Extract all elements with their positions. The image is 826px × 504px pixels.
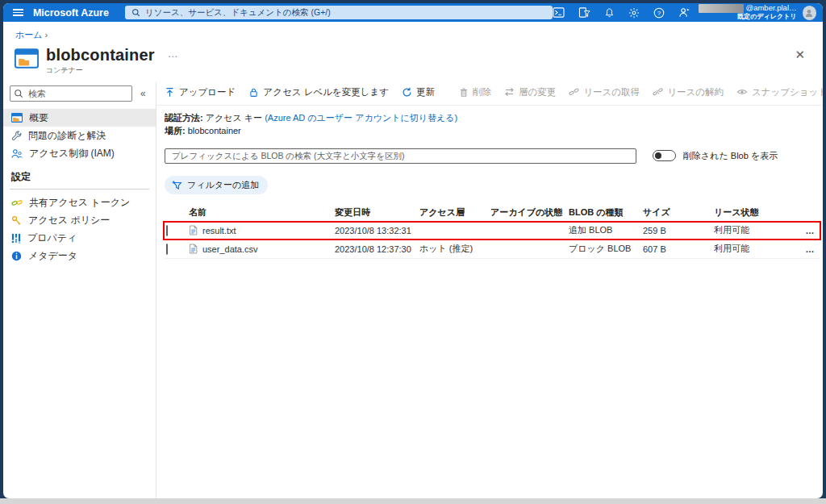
sidebar-collapse-button[interactable]: « bbox=[140, 88, 146, 99]
directories-filter-icon[interactable] bbox=[578, 7, 590, 18]
change-access-level-button[interactable]: アクセス レベルを変更します bbox=[248, 86, 389, 98]
sidebar-item-label: メタデータ bbox=[28, 249, 77, 263]
break-lease-button[interactable]: リースの解約 bbox=[653, 86, 724, 98]
swap-arrows-icon bbox=[504, 87, 515, 97]
key-icon bbox=[11, 215, 22, 226]
feedback-icon[interactable] bbox=[678, 7, 690, 18]
page-subtitle: コンテナー bbox=[46, 65, 155, 76]
global-search-placeholder: リソース、サービス、ドキュメントの検索 (G+/) bbox=[145, 7, 331, 19]
search-icon bbox=[131, 6, 140, 20]
blob-size: 259 B bbox=[643, 226, 714, 235]
col-header-tier[interactable]: アクセス層 bbox=[419, 206, 490, 219]
sidebar-item-properties[interactable]: プロパティ bbox=[3, 229, 156, 247]
location-line: 場所: blobcontainer bbox=[165, 125, 823, 138]
sidebar-item-overview[interactable]: 概要 bbox=[3, 109, 156, 127]
blob-type: 追加 BLOB bbox=[569, 224, 643, 236]
divider bbox=[10, 189, 149, 190]
filter-add-icon bbox=[172, 180, 183, 190]
row-menu-icon[interactable]: … bbox=[798, 226, 819, 235]
account-info[interactable]: @amber.plal… 既定のディレクトリ bbox=[699, 4, 797, 20]
account-directory: 既定のディレクトリ bbox=[737, 13, 796, 20]
properties-icon bbox=[11, 233, 21, 244]
hamburger-menu-icon[interactable] bbox=[3, 9, 33, 16]
container-icon bbox=[15, 48, 39, 72]
acquire-lease-button[interactable]: リースの取得 bbox=[569, 86, 640, 98]
view-snapshots-button[interactable]: スナップショットの表示 bbox=[736, 86, 823, 98]
help-icon[interactable]: ? bbox=[653, 7, 665, 19]
upload-button[interactable]: アップロード bbox=[165, 86, 236, 98]
row-menu-icon[interactable]: … bbox=[798, 244, 819, 254]
file-icon bbox=[189, 244, 198, 254]
row-checkbox[interactable] bbox=[166, 225, 168, 236]
context-info: 認証方法: アクセス キー (Azure AD のユーザー アカウントに切り替え… bbox=[165, 112, 823, 138]
col-header-size[interactable]: サイズ bbox=[643, 206, 714, 219]
row-checkbox[interactable] bbox=[166, 244, 168, 255]
table-row[interactable]: user_data.csv 2023/10/8 12:37:30 ホット (推定… bbox=[165, 240, 820, 259]
col-header-name[interactable]: 名前 bbox=[189, 206, 335, 219]
blob-name[interactable]: user_data.csv bbox=[202, 244, 257, 254]
trash-icon bbox=[459, 87, 469, 98]
sidebar-item-access-policy[interactable]: アクセス ポリシー bbox=[3, 211, 156, 229]
delete-button[interactable]: 削除 bbox=[459, 86, 491, 98]
page-header: blobcontainer コンテナー … ✕ bbox=[15, 46, 823, 76]
sidebar-item-metadata[interactable]: メタデータ bbox=[3, 247, 156, 264]
wrench-icon bbox=[11, 131, 22, 141]
refresh-icon bbox=[402, 87, 412, 98]
col-header-archive[interactable]: アーカイブの状態 bbox=[490, 206, 569, 219]
table-row[interactable]: result.txt 2023/10/8 13:32:31 追加 BLOB 25… bbox=[165, 222, 820, 240]
switch-auth-link[interactable]: (Azure AD のユーザー アカウントに切り替える) bbox=[265, 113, 457, 123]
cloud-shell-icon[interactable] bbox=[553, 7, 565, 18]
breadcrumb-home-link[interactable]: ホーム bbox=[15, 30, 43, 40]
sidebar-item-label: 概要 bbox=[29, 111, 48, 125]
blob-tier: ホット (推定) bbox=[419, 243, 490, 255]
sidebar-item-label: 共有アクセス トークン bbox=[29, 196, 130, 210]
blob-table: 名前 変更日時 アクセス層 アーカイブの状態 BLOB の種類 サイズ リース状… bbox=[165, 204, 820, 259]
sidebar-search-input[interactable] bbox=[10, 85, 132, 102]
sidebar-item-shared-access-tokens[interactable]: 共有アクセス トークン bbox=[3, 194, 156, 211]
change-tier-button[interactable]: 層の変更 bbox=[504, 86, 556, 98]
lease-break-icon bbox=[653, 87, 663, 97]
upload-icon bbox=[165, 87, 175, 98]
sidebar-item-label: アクセス制御 (IAM) bbox=[29, 147, 115, 160]
redacted-account-name bbox=[699, 4, 744, 13]
col-header-type[interactable]: BLOB の種類 bbox=[569, 206, 643, 219]
desktop-edge bbox=[0, 498, 826, 504]
notifications-bell-icon[interactable] bbox=[604, 7, 615, 19]
settings-gear-icon[interactable] bbox=[628, 7, 640, 19]
file-icon bbox=[189, 225, 198, 235]
toolbar: アップロード アクセス レベルを変更します 更新 削除 層の変更 bbox=[165, 84, 823, 100]
sas-link-icon bbox=[11, 198, 23, 208]
sidebar: « 概要 問題の診断と解決 アクセス制御 (IAM) 設定 共有アクセス トーク… bbox=[3, 82, 156, 498]
blob-lease: 利用可能 bbox=[714, 243, 798, 255]
people-icon bbox=[11, 148, 23, 159]
page-title: blobcontainer bbox=[46, 46, 155, 65]
blob-name[interactable]: result.txt bbox=[202, 226, 236, 235]
breadcrumb-separator: › bbox=[45, 30, 48, 40]
sidebar-section-settings: 設定 bbox=[3, 162, 156, 186]
search-icon bbox=[14, 89, 23, 98]
blob-size: 607 B bbox=[643, 244, 714, 254]
sidebar-item-diagnose[interactable]: 問題の診断と解決 bbox=[3, 127, 156, 144]
eye-icon bbox=[736, 87, 748, 97]
blob-modified: 2023/10/8 12:37:30 bbox=[335, 244, 419, 254]
global-search-input[interactable]: リソース、サービス、ドキュメントの検索 (G+/) bbox=[125, 6, 553, 19]
sidebar-item-label: アクセス ポリシー bbox=[28, 214, 110, 227]
blob-type: ブロック BLOB bbox=[569, 243, 643, 255]
show-deleted-blobs-toggle[interactable] bbox=[653, 150, 676, 161]
lock-icon bbox=[248, 87, 259, 98]
avatar[interactable] bbox=[803, 6, 816, 20]
blob-prefix-search-input[interactable] bbox=[165, 148, 636, 164]
refresh-button[interactable]: 更新 bbox=[402, 86, 435, 98]
top-bar: Microsoft Azure リソース、サービス、ドキュメントの検索 (G+/… bbox=[3, 3, 823, 22]
more-options-icon[interactable]: … bbox=[168, 48, 179, 60]
add-filter-button[interactable]: フィルターの追加 bbox=[165, 176, 268, 194]
auth-method-line: 認証方法: アクセス キー (Azure AD のユーザー アカウントに切り替え… bbox=[165, 112, 823, 125]
brand-logo[interactable]: Microsoft Azure bbox=[33, 7, 109, 19]
azure-portal-window: Microsoft Azure リソース、サービス、ドキュメントの検索 (G+/… bbox=[3, 3, 823, 498]
account-email: @amber.plal… bbox=[746, 4, 797, 13]
close-icon[interactable]: ✕ bbox=[795, 48, 805, 62]
col-header-modified[interactable]: 変更日時 bbox=[335, 206, 419, 219]
lease-icon bbox=[569, 87, 579, 97]
col-header-lease[interactable]: リース状態 bbox=[714, 206, 798, 219]
sidebar-item-access-control[interactable]: アクセス制御 (IAM) bbox=[3, 144, 156, 162]
